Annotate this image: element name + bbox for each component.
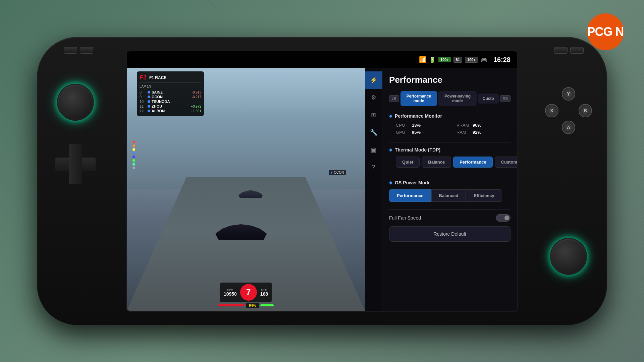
- driver-name: OCON: [152, 95, 178, 99]
- stat-ram: RAM 92%: [457, 130, 511, 135]
- monitor-stats-grid: CPU 13% VRAM 96% GPU 95% RAM 92%: [389, 123, 511, 135]
- os-power-btn-efficiency[interactable]: Efficiency: [466, 189, 502, 202]
- gap-time: -0.217: [192, 95, 201, 99]
- leaderboard-row: 10 TSUNODA: [140, 99, 201, 104]
- position-number: 11: [140, 104, 146, 108]
- tab-performance-mode[interactable]: Performance mode: [400, 91, 437, 106]
- performance-monitor-section: ◆ Performance Monitor CPU 13% VRAM 96% G…: [389, 113, 511, 135]
- divider-3: [389, 209, 511, 209]
- right-joystick[interactable]: [550, 238, 587, 275]
- diamond-icon-1: ◆: [389, 114, 392, 118]
- leaderboard-row: 8 SAINZ -0.913: [140, 90, 201, 95]
- right-trigger[interactable]: [570, 47, 584, 54]
- pos-dot-6: [132, 159, 135, 162]
- position-number: 10: [140, 100, 146, 104]
- stat-label: GPU: [396, 130, 409, 135]
- dpad[interactable]: [55, 144, 96, 184]
- driver-dot: [148, 105, 150, 108]
- ocon-number: 9: [331, 171, 333, 174]
- stat-label: RAM: [457, 130, 470, 135]
- sidebar-icon-wrench[interactable]: 🔧: [365, 124, 382, 141]
- abxy-buttons: Y X B A: [545, 87, 592, 134]
- battery-level-2: 81: [453, 57, 462, 63]
- tab-power-saving-mode[interactable]: Power-saving mode: [438, 91, 476, 106]
- full-fan-speed-toggle[interactable]: [496, 214, 511, 222]
- left-joystick[interactable]: [57, 84, 94, 121]
- pos-dot-5: [132, 156, 135, 158]
- driver-dot: [148, 100, 150, 103]
- right-bumper[interactable]: [554, 47, 568, 54]
- a-button[interactable]: A: [562, 121, 575, 134]
- os-power-buttons-group[interactable]: PerformanceBalancedEfficiency: [389, 189, 511, 202]
- position-number: 12: [140, 109, 146, 113]
- tdp-buttons-group[interactable]: QuietBalancePerformanceCustom: [389, 157, 511, 168]
- position-bar: [132, 141, 136, 274]
- restore-default-button[interactable]: Restore Default: [389, 226, 511, 242]
- stat-cpu: CPU 13%: [396, 123, 450, 128]
- divider-1: [389, 142, 511, 142]
- right-controller: Y X B A: [513, 37, 607, 325]
- stat-label: CPU: [396, 123, 409, 128]
- os-power-btn-performance[interactable]: Performance: [389, 189, 431, 202]
- left-bumper[interactable]: [64, 47, 77, 54]
- tdp-btn-balance[interactable]: Balance: [422, 157, 451, 168]
- tdp-btn-quiet[interactable]: Quiet: [396, 157, 420, 168]
- settings-title: Performance: [389, 75, 511, 85]
- stat-value: 13%: [412, 123, 421, 128]
- x-button[interactable]: X: [545, 104, 558, 117]
- os-power-btn-balanced[interactable]: Balanced: [431, 189, 466, 202]
- pcg-logo: PCG N: [587, 13, 624, 50]
- left-shoulder-buttons: [64, 47, 93, 54]
- stat-label: VRAM: [457, 123, 470, 128]
- wifi-icon: 📶: [419, 56, 426, 63]
- tdp-btn-custom[interactable]: Custom: [495, 157, 517, 168]
- mode-tab-group[interactable]: LB Performance mode Power-saving mode Cu…: [389, 91, 511, 106]
- driver-name: SAINZ: [152, 90, 178, 94]
- sidebar-icon-performance[interactable]: ⚡: [365, 71, 382, 89]
- os-power-mode-section: ◆ OS Power Mode PerformanceBalancedEffic…: [389, 180, 511, 202]
- left-trigger[interactable]: [80, 47, 93, 54]
- sidebar-icon-help[interactable]: ?: [365, 159, 382, 176]
- sidebar-icon-settings[interactable]: ⚙: [365, 89, 382, 106]
- driver-name: ALBON: [152, 109, 178, 113]
- settings-sidebar: ⚡⚙⊞🔧▣?: [365, 68, 382, 311]
- y-button[interactable]: Y: [562, 87, 575, 101]
- tdp-btn-performance[interactable]: Performance: [453, 157, 492, 168]
- battery-level-1: 100+: [438, 57, 451, 62]
- stat-vram: VRAM 96%: [457, 123, 511, 128]
- diamond-icon-2: ◆: [389, 147, 392, 152]
- handheld-device: Y X B A 📶 🔋 100+ 81 100+ 🎮 16:28: [37, 37, 607, 325]
- dpad-vertical: [69, 144, 82, 184]
- driver-name: TSUNODA: [152, 100, 178, 104]
- stat-value: 95%: [412, 130, 421, 135]
- leaderboard-header: F1 F1 RACE: [140, 74, 201, 83]
- b-button[interactable]: B: [579, 104, 592, 117]
- driver-dot: [148, 96, 150, 98]
- tab-custom[interactable]: Custo: [478, 94, 499, 104]
- right-shoulder-buttons: [554, 47, 584, 54]
- sidebar-icon-monitor[interactable]: ▣: [365, 141, 382, 159]
- leaderboard-row: 12 ALBON +1.351: [140, 109, 201, 113]
- battery-icon-1: 🔋: [429, 57, 436, 63]
- sidebar-icon-display[interactable]: ⊞: [365, 106, 382, 124]
- driver-dot: [148, 110, 150, 112]
- leaderboard-row: 11 ZHOU +0.972: [140, 104, 201, 109]
- pos-dot-2: [132, 144, 135, 147]
- stat-value: 96%: [473, 123, 481, 128]
- ocon-name: OCON: [334, 171, 344, 174]
- pos-dot-3: [132, 148, 135, 151]
- stat-gpu: GPU 95%: [396, 130, 450, 135]
- stat-value: 92%: [473, 130, 481, 135]
- leaderboard-rows: 8 SAINZ -0.913 9 OCON -0.217 10 TSUNODA …: [140, 90, 201, 113]
- gap-time: +1.351: [191, 109, 201, 113]
- game-screen: F1 F1 RACE LAP 1/5 8 SAINZ -0.913 9 OCON…: [127, 68, 365, 311]
- controller-icon: 🎮: [481, 57, 487, 63]
- rb-badge: RB: [500, 95, 511, 102]
- lb-badge: LB: [389, 95, 399, 102]
- driver-dot: [148, 91, 150, 94]
- hud-bottom: RPM 10950 7 MPH 168 94%: [218, 283, 274, 308]
- diamond-icon-3: ◆: [389, 180, 392, 185]
- race-label: F1 RACE: [149, 75, 166, 80]
- gap-time: -0.913: [192, 90, 201, 94]
- os-power-mode-title: ◆ OS Power Mode: [389, 180, 511, 185]
